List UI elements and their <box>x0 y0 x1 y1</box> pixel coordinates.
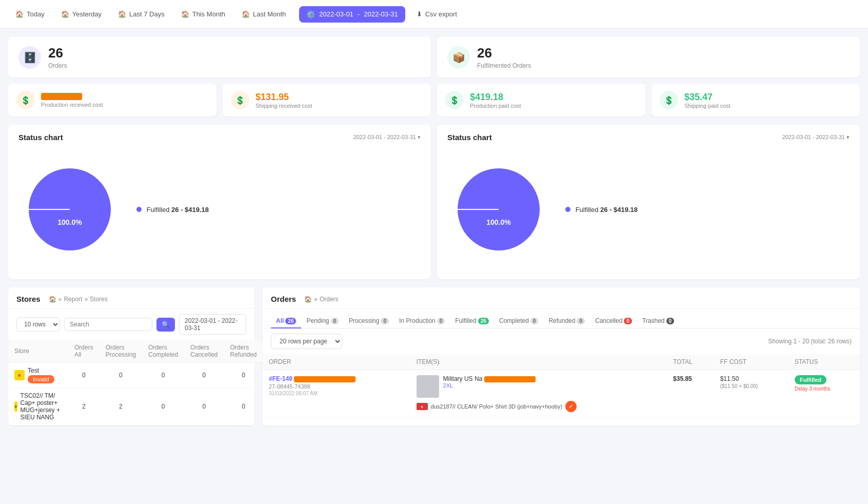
dollar-icon-green: 💲 <box>445 91 464 109</box>
col-status: STATUS <box>788 354 860 370</box>
house-icon-lastmonth: 🏠 <box>242 10 250 18</box>
store-orders-processing: 0 <box>100 363 142 388</box>
tab-fulfilled[interactable]: Fulfilled26 <box>450 314 494 328</box>
tab-cancelled[interactable]: Cancelled0 <box>590 314 637 328</box>
tab-label: Completed <box>499 317 529 324</box>
pie-chart-left: 100.0% <box>18 158 121 261</box>
chart-left-legend: Fulfilled 26 - $419.18 <box>136 206 209 214</box>
tab-label: Pending <box>306 317 329 324</box>
item-variant: 2XL <box>443 382 536 389</box>
tab-label: Trashed <box>642 317 665 324</box>
download-icon: ⬇ <box>417 10 422 18</box>
date-range-start: 2022-03-01 <box>319 10 353 18</box>
orders-table: ORDER ITEM(S) TOTAL FF COST STATUS #FE-1… <box>263 354 860 418</box>
pie-chart-right: 100.0% <box>447 158 550 261</box>
stores-breadcrumb: 🏠 » Report » Stores <box>49 296 108 303</box>
orders-label: Orders <box>48 62 67 69</box>
tab-label: Processing <box>349 317 379 324</box>
house-icon-last7: 🏠 <box>118 10 126 18</box>
store-avatar: e <box>14 370 25 380</box>
stores-search-button[interactable]: 🔍 <box>156 318 175 332</box>
chart-right-legend: Fulfilled 26 - $419.18 <box>565 206 638 214</box>
charts-row: Status chart 2022-03-01 - 2022-03-31 ▾ 1… <box>8 125 860 279</box>
tab-refunded[interactable]: Refunded0 <box>543 314 590 328</box>
tab-label: Cancelled <box>595 317 622 324</box>
col-store: Store <box>8 340 68 363</box>
shipping-paid-label: Shipping paid cost <box>684 103 731 109</box>
tab-label: In Production <box>399 317 436 324</box>
status-badge: Fulfilled <box>795 375 826 384</box>
top-nav: 🏠 Today 🏠 Yesterday 🏠 Last 7 Days 🏠 This… <box>0 0 868 29</box>
date-range-end: 2022-03-31 <box>364 10 398 18</box>
item-thumb <box>417 375 439 398</box>
order-id[interactable]: #FE-149 <box>269 375 404 382</box>
stores-search-input[interactable] <box>64 318 152 331</box>
status-chart-left: Status chart 2022-03-01 - 2022-03-31 ▾ 1… <box>8 125 431 279</box>
orders-panel: Orders 🏠 » Orders All26Pending0Processin… <box>263 287 860 425</box>
shipping-received-value: $131.95 <box>255 92 312 103</box>
chart-left-date[interactable]: 2022-03-01 - 2022-03-31 ▾ <box>353 134 421 141</box>
svg-text:100.0%: 100.0% <box>57 218 82 226</box>
order-ff-cost: $11.50($11.50 + $0.00) <box>720 375 782 390</box>
nav-label-thismonth: This Month <box>192 10 225 18</box>
table-row: e TSC02// TM/ Cap+ poster+ MUG+jersey + … <box>8 388 263 425</box>
tab-label: Fulfilled <box>455 317 476 324</box>
csv-export-button[interactable]: ⬇ Csv export <box>409 6 464 22</box>
orders-tabs: All26Pending0Processing0In Production0Fu… <box>263 309 860 328</box>
dollar-icon-orange2: 💲 <box>231 91 249 109</box>
per-page-select[interactable]: 20 rows per page <box>271 334 342 349</box>
tab-pending[interactable]: Pending0 <box>301 314 344 328</box>
tab-label: Refunded <box>548 317 575 324</box>
tab-trashed[interactable]: Trashed0 <box>637 314 679 328</box>
chart-left-title: Status chart <box>18 133 63 142</box>
gear-icon: ⚙️ <box>306 10 315 18</box>
summary-row-2: 💲 Production received cost 💲 $131.95 Shi… <box>8 84 860 117</box>
tab-completed[interactable]: Completed0 <box>494 314 544 328</box>
order-total: $35.85 <box>673 375 708 382</box>
col-orders-refunded: OrdersRefunded <box>224 340 263 363</box>
house-icon-thismonth: 🏠 <box>181 10 189 18</box>
store-orders-cancelled: 0 <box>184 388 224 425</box>
stores-date-filter[interactable]: 2022-03-01 - 2022-03-31 <box>179 314 246 335</box>
rows-per-page-select[interactable]: 10 rows <box>16 317 60 332</box>
stores-table: Store OrdersAll OrdersProcessing OrdersC… <box>8 340 263 425</box>
col-orders-processing: OrdersProcessing <box>100 340 142 363</box>
store-orders-cancelled: 0 <box>184 363 224 388</box>
nav-item-lastmonth[interactable]: 🏠 Last Month <box>234 6 293 22</box>
store-orders-completed: 0 <box>142 388 184 425</box>
production-paid-label: Production paid cost <box>470 103 521 109</box>
svg-text:100.0%: 100.0% <box>486 218 511 226</box>
orders-breadcrumb: 🏠 » Orders <box>304 296 338 303</box>
nav-item-today[interactable]: 🏠 Today <box>8 6 52 22</box>
orders-icon: 🗄️ <box>18 46 41 69</box>
tab-all[interactable]: All26 <box>271 314 301 328</box>
fulfilled-card: 📦 26 Fulfilmented Orders <box>437 37 860 77</box>
nav-item-thismonth[interactable]: 🏠 This Month <box>174 6 232 22</box>
house-icon-yesterday: 🏠 <box>61 10 69 18</box>
nav-item-yesterday[interactable]: 🏠 Yesterday <box>54 6 109 22</box>
col-items: ITEM(S) <box>410 354 667 370</box>
store-orders-all: 0 <box>68 363 100 388</box>
col-orders-completed: OrdersCompleted <box>142 340 184 363</box>
chart-right-date[interactable]: 2022-03-01 - 2022-03-31 ▾ <box>782 134 850 141</box>
item-name: Military US Na <box>443 375 536 382</box>
tab-in-production[interactable]: In Production0 <box>394 314 450 328</box>
fulfilled-icon: 📦 <box>447 46 470 69</box>
production-paid-value: $419.18 <box>470 92 521 103</box>
col-total: TOTAL <box>667 354 714 370</box>
store-orders-completed: 0 <box>142 363 184 388</box>
store-badge-invalid: Invalid <box>28 375 54 383</box>
production-received-label: Production received cost <box>41 102 103 108</box>
production-paid-card: 💲 $419.18 Production paid cost <box>437 84 645 117</box>
nav-item-last7days[interactable]: 🏠 Last 7 Days <box>111 6 172 22</box>
item-row2: e dus2187// CLEAN/ Polo+ Shirt 3D (job+n… <box>417 401 661 412</box>
tab-badge: 26 <box>478 318 489 324</box>
nav-label-last7days: Last 7 Days <box>129 10 165 18</box>
date-range-picker[interactable]: ⚙️ 2022-03-01 - 2022-03-31 <box>299 6 405 23</box>
tab-badge: 0 <box>530 318 539 324</box>
tab-processing[interactable]: Processing0 <box>344 314 394 328</box>
col-ff-cost: FF COST <box>714 354 788 370</box>
store-orders-processing: 2 <box>100 388 142 425</box>
orders-count: 26 <box>48 45 67 61</box>
nav-label-today: Today <box>27 10 45 18</box>
